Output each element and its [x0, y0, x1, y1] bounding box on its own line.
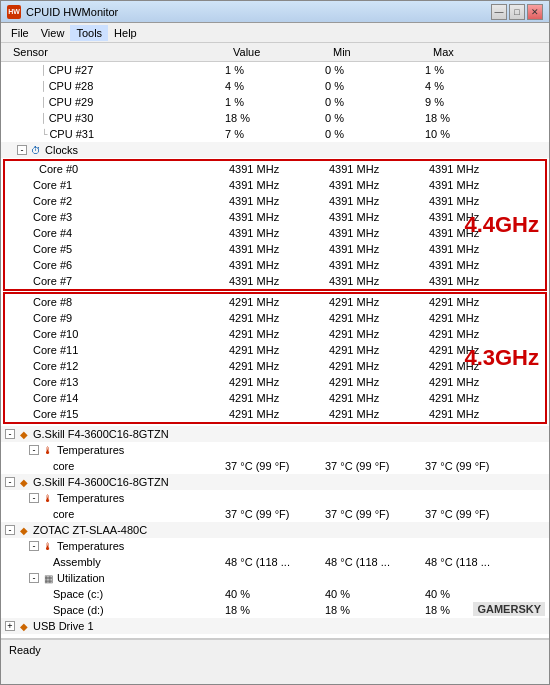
zotac-util-expand[interactable]: - — [29, 573, 39, 583]
gskill2-core-min: 37 °C (99 °F) — [321, 508, 421, 520]
zotac-assembly-value: 48 °C (118 ... — [221, 556, 321, 568]
cpu27-label: │ CPU #27 — [1, 64, 221, 76]
zotac-assembly-row: Assembly 48 °C (118 ... 48 °C (118 ... 4… — [1, 554, 549, 570]
core3-row: Core #3 4391 MHz 4391 MHz 4391 MHz — [5, 209, 545, 225]
column-headers: Sensor Value Min Max — [1, 43, 549, 62]
cpu-row-29: │ CPU #29 1 % 0 % 9 % — [1, 94, 549, 110]
zotac-temps-expand[interactable]: - — [29, 541, 39, 551]
clocks-header-row: - ⏱ Clocks — [1, 142, 549, 158]
zotac-util-label: Utilization — [57, 572, 105, 584]
gskill1-temps-header: - 🌡 Temperatures — [1, 442, 549, 458]
close-button[interactable]: ✕ — [527, 4, 543, 20]
core0-row: Core #0 4391 MHz 4391 MHz 4391 MHz — [5, 161, 545, 177]
zotac-spaced-min: 18 % — [321, 604, 421, 616]
gskill1-core-row: core 37 °C (99 °F) 37 °C (99 °F) 37 °C (… — [1, 458, 549, 474]
clocks-label: Clocks — [45, 144, 78, 156]
gskill2-icon: ◆ — [18, 476, 30, 488]
zotac-spaced-label: Space (d:) — [53, 604, 104, 616]
cpu-row-31: └ CPU #31 7 % 0 % 10 % — [1, 126, 549, 142]
zotac-spaced-row: Space (d:) 18 % 18 % 18 % — [1, 602, 549, 618]
zotac-spacec-row: Space (c:) 40 % 40 % 40 % — [1, 586, 549, 602]
core1-row: Core #1 4391 MHz 4391 MHz 4391 MHz — [5, 177, 545, 193]
zotac-spaced-value: 18 % — [221, 604, 321, 616]
status-bar: Ready — [1, 639, 549, 659]
sensor-tree[interactable]: │ CPU #27 1 % 0 % 1 % │ CPU #28 4 % 0 % … — [1, 62, 549, 639]
core8-row: Core #8 4291 MHz 4291 MHz 4291 MHz — [5, 294, 545, 310]
gskill1-temps-label: Temperatures — [57, 444, 124, 456]
menu-bar: File View Tools Help — [1, 23, 549, 43]
cpu-row-28: │ CPU #28 4 % 0 % 4 % — [1, 78, 549, 94]
cpu-row-27: │ CPU #27 1 % 0 % 1 % — [1, 62, 549, 78]
cores-43-group: 4.3GHz Core #8 4291 MHz 4291 MHz 4291 MH… — [3, 292, 547, 424]
clocks-icon: ⏱ — [30, 144, 42, 156]
core6-row: Core #6 4391 MHz 4391 MHz 4391 MHz — [5, 257, 545, 273]
zotac-icon: ◆ — [18, 524, 30, 536]
menu-help[interactable]: Help — [108, 25, 143, 41]
thermometer-icon: 🌡 — [42, 444, 54, 456]
gskill1-header: - ◆ G.Skill F4-3600C16-8GTZN — [1, 426, 549, 442]
core11-row: Core #11 4291 MHz 4291 MHz 4291 MHz — [5, 342, 545, 358]
core10-row: Core #10 4291 MHz 4291 MHz 4291 MHz — [5, 326, 545, 342]
col-min: Min — [329, 45, 429, 59]
gskill2-core-max: 37 °C (99 °F) — [421, 508, 521, 520]
zotac-spacec-label: Space (c:) — [53, 588, 103, 600]
gskill1-icon: ◆ — [18, 428, 30, 440]
watermark: GAMERSKY — [473, 602, 545, 616]
core15-row: Core #15 4291 MHz 4291 MHz 4291 MHz — [5, 406, 545, 422]
gskill2-temps-expand[interactable]: - — [29, 493, 39, 503]
zotac-temps-label: Temperatures — [57, 540, 124, 552]
usb-header: + ◆ USB Drive 1 — [1, 618, 549, 634]
gskill2-header: - ◆ G.Skill F4-3600C16-8GTZN — [1, 474, 549, 490]
core5-row: Core #5 4391 MHz 4391 MHz 4391 MHz — [5, 241, 545, 257]
zotac-header: - ◆ ZOTAC ZT-SLAA-480C — [1, 522, 549, 538]
zotac-util-header: - ▦ Utilization — [1, 570, 549, 586]
core2-row: Core #2 4391 MHz 4391 MHz 4391 MHz — [5, 193, 545, 209]
gskill2-label: G.Skill F4-3600C16-8GTZN — [33, 476, 169, 488]
status-text: Ready — [9, 644, 41, 656]
gskill1-label: G.Skill F4-3600C16-8GTZN — [33, 428, 169, 440]
clocks-expand[interactable]: - — [17, 145, 27, 155]
title-bar: HW CPUID HWMonitor — □ ✕ — [1, 1, 549, 23]
gskill2-core-label: core — [53, 508, 74, 520]
utilization-icon: ▦ — [42, 572, 54, 584]
core7-row: Core #7 4391 MHz 4391 MHz 4391 MHz — [5, 273, 545, 289]
cpu-row-30: │ CPU #30 18 % 0 % 18 % — [1, 110, 549, 126]
menu-file[interactable]: File — [5, 25, 35, 41]
zotac-spacec-max: 40 % — [421, 588, 521, 600]
zotac-assembly-max: 48 °C (118 ... — [421, 556, 521, 568]
gskill1-core-min: 37 °C (99 °F) — [321, 460, 421, 472]
core4-row: Core #4 4391 MHz 4391 MHz 4391 MHz — [5, 225, 545, 241]
zotac-temps-header: - 🌡 Temperatures — [1, 538, 549, 554]
usb-label: USB Drive 1 — [33, 620, 94, 632]
gskill2-temps-header: - 🌡 Temperatures — [1, 490, 549, 506]
gskill2-temps-label: Temperatures — [57, 492, 124, 504]
gskill2-core-value: 37 °C (99 °F) — [221, 508, 321, 520]
gskill1-core-max: 37 °C (99 °F) — [421, 460, 521, 472]
gskill1-core-label: core — [53, 460, 74, 472]
usb-expand[interactable]: + — [5, 621, 15, 631]
maximize-button[interactable]: □ — [509, 4, 525, 20]
core13-row: Core #13 4291 MHz 4291 MHz 4291 MHz — [5, 374, 545, 390]
col-max: Max — [429, 45, 529, 59]
title-bar-text: CPUID HWMonitor — [26, 6, 491, 18]
zotac-assembly-min: 48 °C (118 ... — [321, 556, 421, 568]
usb-icon: ◆ — [18, 620, 30, 632]
thermometer3-icon: 🌡 — [42, 540, 54, 552]
col-sensor: Sensor — [9, 45, 229, 59]
zotac-label: ZOTAC ZT-SLAA-480C — [33, 524, 147, 536]
thermometer2-icon: 🌡 — [42, 492, 54, 504]
zotac-assembly-label: Assembly — [53, 556, 101, 568]
gskill2-expand[interactable]: - — [5, 477, 15, 487]
menu-view[interactable]: View — [35, 25, 71, 41]
core12-row: Core #12 4291 MHz 4291 MHz 4291 MHz — [5, 358, 545, 374]
zotac-spacec-min: 40 % — [321, 588, 421, 600]
minimize-button[interactable]: — — [491, 4, 507, 20]
window-controls: — □ ✕ — [491, 4, 543, 20]
zotac-expand[interactable]: - — [5, 525, 15, 535]
zotac-spacec-value: 40 % — [221, 588, 321, 600]
menu-tools[interactable]: Tools — [70, 25, 108, 41]
app-window: HW CPUID HWMonitor — □ ✕ File View Tools… — [0, 0, 550, 685]
gskill1-expand[interactable]: - — [5, 429, 15, 439]
gskill1-temps-expand[interactable]: - — [29, 445, 39, 455]
core14-row: Core #14 4291 MHz 4291 MHz 4291 MHz — [5, 390, 545, 406]
